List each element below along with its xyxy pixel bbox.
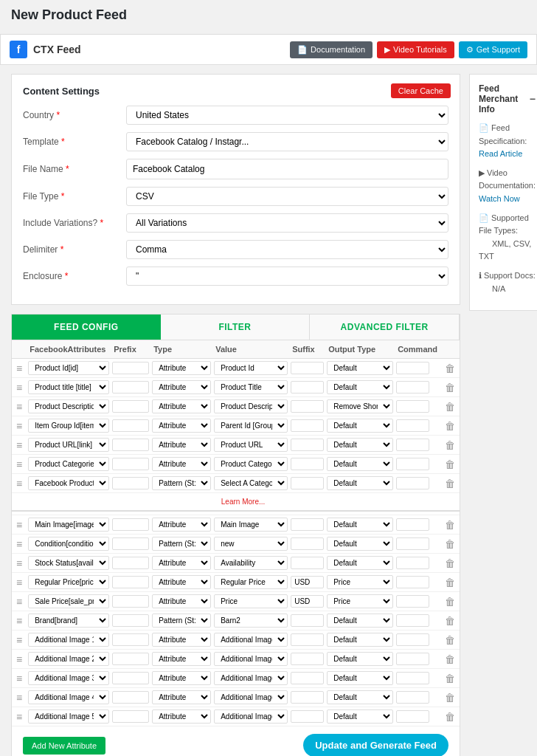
- delete-button[interactable]: 🗑: [442, 419, 458, 433]
- output-select[interactable]: Default: [327, 476, 393, 490]
- command-input[interactable]: [396, 672, 429, 684]
- type-select[interactable]: Attribute: [152, 633, 211, 647]
- attr-select[interactable]: Additional Image 2 [ad: [28, 652, 109, 666]
- documentation-button[interactable]: 📄 Documentation: [290, 41, 373, 58]
- type-select[interactable]: Attribute: [152, 380, 211, 394]
- attr-select[interactable]: Brand[brand]: [28, 614, 109, 628]
- suffix-input[interactable]: [291, 672, 324, 684]
- command-input[interactable]: [396, 458, 429, 470]
- value-select[interactable]: Product Id: [214, 361, 288, 375]
- output-select[interactable]: Default: [327, 671, 393, 685]
- value-select[interactable]: new: [214, 537, 288, 551]
- type-select[interactable]: Attribute: [152, 419, 211, 433]
- prefix-input[interactable]: [112, 419, 149, 432]
- prefix-input[interactable]: [112, 518, 149, 531]
- suffix-input[interactable]: [291, 653, 324, 665]
- delete-button[interactable]: 🗑: [442, 518, 458, 532]
- prefix-input[interactable]: [112, 537, 149, 550]
- delete-button[interactable]: 🗑: [442, 575, 458, 590]
- command-input[interactable]: [396, 477, 429, 489]
- command-input[interactable]: [396, 691, 429, 704]
- drag-handle[interactable]: ≡: [13, 711, 25, 723]
- command-input[interactable]: [396, 557, 429, 569]
- delete-button[interactable]: 🗑: [442, 671, 458, 686]
- output-select[interactable]: Default: [327, 438, 393, 452]
- attr-select[interactable]: Additional Image 5 [ad: [28, 709, 109, 724]
- template-select[interactable]: Facebook Catalog / Instagr...: [126, 132, 448, 151]
- output-select[interactable]: Default: [327, 614, 393, 628]
- tab-advanced-filter[interactable]: ADVANCED FILTER: [310, 315, 460, 340]
- type-select[interactable]: Pattern (St:: [152, 476, 211, 490]
- filename-input[interactable]: [126, 159, 448, 179]
- value-select[interactable]: Product Title: [214, 380, 288, 394]
- drag-handle[interactable]: ≡: [13, 634, 25, 646]
- delimiter-select[interactable]: Comma: [126, 240, 448, 259]
- drag-handle[interactable]: ≡: [13, 439, 25, 451]
- attr-select[interactable]: Additional Image 3 [ad: [28, 671, 109, 685]
- suffix-input[interactable]: [291, 576, 324, 588]
- suffix-input[interactable]: [291, 710, 324, 723]
- attr-select[interactable]: Stock Status[availabili: [28, 556, 109, 570]
- prefix-input[interactable]: [112, 653, 149, 665]
- type-select[interactable]: Attribute: [152, 709, 211, 724]
- value-select[interactable]: Additional Image 3: [214, 671, 288, 685]
- type-select[interactable]: Attribute: [152, 652, 211, 666]
- prefix-input[interactable]: [112, 362, 149, 374]
- suffix-input[interactable]: [291, 557, 324, 569]
- value-select[interactable]: Additional Image 5: [214, 709, 288, 724]
- prefix-input[interactable]: [112, 458, 149, 470]
- delete-button[interactable]: 🗑: [442, 361, 458, 376]
- type-select[interactable]: Attribute: [152, 671, 211, 685]
- prefix-input[interactable]: [112, 477, 149, 489]
- prefix-input[interactable]: [112, 576, 149, 588]
- delete-button[interactable]: 🗑: [442, 709, 458, 724]
- type-select[interactable]: Pattern (St:: [152, 614, 211, 628]
- type-select[interactable]: Attribute: [152, 556, 211, 570]
- command-input[interactable]: [396, 537, 429, 550]
- attr-select[interactable]: Product Description[de: [28, 399, 109, 413]
- value-select[interactable]: Availability: [214, 556, 288, 570]
- drag-handle[interactable]: ≡: [13, 615, 25, 627]
- delete-button[interactable]: 🗑: [442, 614, 458, 628]
- output-select[interactable]: Remove ShortCodes: [327, 399, 393, 413]
- delete-button[interactable]: 🗑: [442, 438, 458, 453]
- value-select[interactable]: Price: [214, 594, 288, 608]
- type-select[interactable]: Attribute: [152, 438, 211, 452]
- video-tutorials-button[interactable]: ▶ Video Tutorials: [377, 41, 454, 58]
- drag-handle[interactable]: ≡: [13, 420, 25, 432]
- output-select[interactable]: Price: [327, 575, 393, 589]
- suffix-input[interactable]: [291, 362, 324, 374]
- type-select[interactable]: Attribute: [152, 518, 211, 532]
- drag-handle[interactable]: ≡: [13, 538, 25, 550]
- output-select[interactable]: Default: [327, 556, 393, 570]
- tab-feed-config[interactable]: FEED CONFIG: [12, 315, 161, 340]
- collapse-button[interactable]: −: [530, 93, 536, 105]
- output-select[interactable]: Default: [327, 380, 393, 394]
- output-select[interactable]: Default: [327, 709, 393, 724]
- type-select[interactable]: Attribute: [152, 399, 211, 413]
- attr-select[interactable]: Main Image[image_link: [28, 518, 109, 532]
- type-select[interactable]: Attribute: [152, 575, 211, 589]
- read-article-link[interactable]: Read Article: [479, 149, 522, 158]
- delete-button[interactable]: 🗑: [442, 633, 458, 647]
- command-input[interactable]: [396, 419, 429, 432]
- suffix-input[interactable]: [291, 633, 324, 646]
- command-input[interactable]: [396, 653, 429, 665]
- output-select[interactable]: Default: [327, 457, 393, 471]
- output-select[interactable]: Default: [327, 690, 393, 704]
- delete-button[interactable]: 🗑: [442, 594, 458, 609]
- value-select[interactable]: Select A Category: [214, 476, 288, 490]
- command-input[interactable]: [396, 362, 429, 374]
- value-select[interactable]: Additional Image 4: [214, 690, 288, 704]
- drag-handle[interactable]: ≡: [13, 673, 25, 684]
- suffix-input[interactable]: [291, 614, 324, 627]
- drag-handle[interactable]: ≡: [13, 519, 25, 531]
- output-select[interactable]: Default: [327, 652, 393, 666]
- output-select[interactable]: Default: [327, 518, 393, 532]
- drag-handle[interactable]: ≡: [13, 362, 25, 374]
- attr-select[interactable]: Regular Price[price]: [28, 575, 109, 589]
- delete-button[interactable]: 🗑: [442, 537, 458, 551]
- command-input[interactable]: [396, 614, 429, 627]
- prefix-input[interactable]: [112, 400, 149, 413]
- command-input[interactable]: [396, 595, 429, 608]
